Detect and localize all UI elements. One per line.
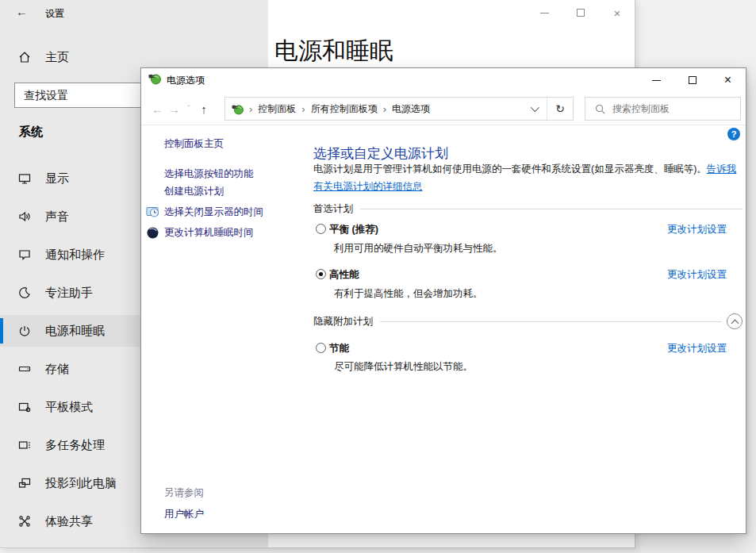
power-window-toolbar: ← → ˇ ↑ › 控制面板 › 所有控制面板项 › 电源选项 ↻	[141, 92, 746, 125]
sidebar-home-label: 主页	[45, 50, 69, 65]
section-rule	[360, 209, 743, 209]
change-plan-settings-link[interactable]: 更改计划设置	[313, 268, 727, 282]
description-text: 电源计划是用于管理计算机如何使用电源的一套硬件和系统设置(如显示器亮度、睡眠等)…	[313, 163, 707, 175]
shared-experiences-icon	[17, 514, 32, 528]
address-dropdown-chevron-icon[interactable]	[531, 103, 539, 112]
page-description: 电源计划是用于管理计算机如何使用电源的一套硬件和系统设置(如显示器亮度、睡眠等)…	[313, 160, 742, 195]
settings-window-title: 设置	[45, 7, 64, 21]
minimize-button[interactable]	[639, 68, 674, 92]
display-clock-icon	[146, 205, 159, 219]
back-arrow-icon[interactable]: ←	[149, 102, 166, 116]
change-plan-settings-link[interactable]: 更改计划设置	[313, 342, 727, 355]
task-power-buttons[interactable]: 选择电源按钮的功能	[164, 167, 254, 181]
plan-desc-high-performance: 有利于提高性能，但会增加功耗。	[334, 287, 483, 301]
power-icon	[17, 324, 32, 338]
multitasking-icon	[17, 438, 32, 452]
refresh-icon[interactable]: ↻	[547, 102, 573, 115]
user-accounts-link[interactable]: 用户帐户	[164, 508, 204, 521]
change-plan-settings-link[interactable]: 更改计划设置	[313, 223, 727, 236]
section-label: 隐藏附加计划	[313, 315, 373, 328]
power-window-controls: ×	[639, 68, 746, 92]
sleep-icon	[146, 226, 159, 240]
plan-desc-power-saver: 尽可能降低计算机性能以节能。	[334, 360, 473, 374]
maximize-button[interactable]	[562, 0, 599, 25]
power-options-window: 电源选项 × ← → ˇ ↑ › 控制面板 ›	[140, 67, 746, 534]
breadcrumb-separator-icon: ›	[383, 103, 386, 115]
section-hidden-plans: 隐藏附加计划	[313, 313, 743, 329]
settings-window-controls: ×	[526, 0, 635, 25]
control-panel-search-box	[585, 97, 741, 121]
back-arrow-icon[interactable]: ←	[16, 5, 28, 18]
up-arrow-icon[interactable]: ↑	[195, 102, 213, 116]
forward-arrow-icon[interactable]: →	[166, 102, 182, 116]
breadcrumb-all-items[interactable]: 所有控制面板项	[311, 102, 378, 116]
section-rule	[380, 321, 722, 322]
see-also-header: 另请参阅	[164, 486, 204, 500]
collapse-chevron-up-icon[interactable]	[727, 313, 743, 329]
breadcrumb-power-options[interactable]: 电源选项	[392, 102, 430, 116]
history-chevron-icon[interactable]: ˇ	[182, 105, 195, 113]
close-button[interactable]: ×	[599, 0, 635, 25]
tablet-mode-icon	[17, 400, 32, 414]
project-icon	[17, 476, 32, 490]
section-label: 首选计划	[313, 202, 353, 216]
display-icon	[17, 171, 32, 186]
power-window-title: 电源选项	[167, 74, 205, 87]
search-icon	[595, 104, 605, 114]
breadcrumb-separator-icon: ›	[301, 103, 305, 115]
task-display-off-time[interactable]: 选择关闭显示器的时间	[164, 205, 263, 219]
control-panel-search-input[interactable]	[605, 103, 740, 114]
power-options-location-icon	[232, 103, 244, 115]
power-window-titlebar: 电源选项 ×	[141, 68, 746, 92]
storage-icon	[17, 362, 32, 376]
minimize-button[interactable]	[526, 0, 562, 25]
notifications-icon	[17, 248, 32, 262]
sound-icon	[17, 209, 32, 224]
address-bar[interactable]: › 控制面板 › 所有控制面板项 › 电源选项 ↻	[224, 97, 574, 121]
home-icon	[17, 50, 32, 64]
breadcrumb-control-panel[interactable]: 控制面板	[258, 102, 296, 116]
section-preferred-plans: 首选计划	[313, 202, 743, 216]
help-icon[interactable]: ?	[727, 128, 740, 140]
power-window-content: ? 控制面板主页 选择电源按钮的功能 创建电源计划 选择关闭显示器的时间 更改计…	[141, 125, 746, 533]
maximize-button[interactable]	[674, 68, 710, 92]
task-control-panel-home[interactable]: 控制面板主页	[164, 137, 224, 151]
focus-assist-icon	[17, 286, 32, 300]
settings-page-title: 电源和睡眠	[274, 35, 393, 67]
plan-desc-balanced: 利用可用的硬件自动平衡功耗与性能。	[334, 242, 503, 255]
breadcrumb-separator-icon: ›	[249, 103, 252, 115]
power-options-app-icon	[148, 72, 161, 88]
task-sleep-time[interactable]: 更改计算机睡眠时间	[164, 226, 254, 240]
close-button[interactable]: ×	[710, 68, 746, 92]
sidebar-section-header: 系统	[19, 125, 43, 140]
task-create-plan[interactable]: 创建电源计划	[164, 185, 224, 198]
